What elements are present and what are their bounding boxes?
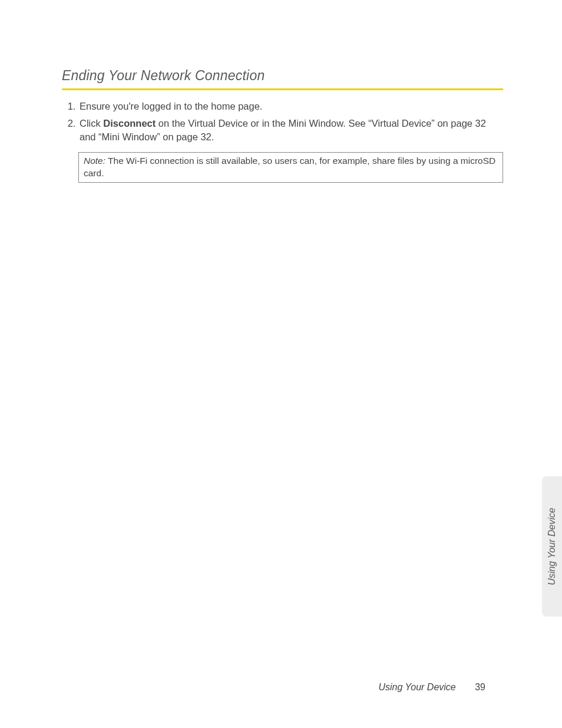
side-tab: Using Your Device (542, 476, 562, 617)
list-item-text: Ensure you're logged in to the home page… (80, 101, 262, 111)
footer-section-name: Using Your Device (378, 682, 455, 692)
list-item: Click Disconnect on the Virtual Device o… (78, 117, 503, 144)
list-item: Ensure you're logged in to the home page… (78, 100, 503, 113)
note-text: The Wi-Fi connection is still available,… (84, 156, 495, 178)
note-label: Note: (84, 156, 105, 166)
bold-text: Disconnect (103, 118, 156, 129)
page-footer: Using Your Device 39 (378, 682, 485, 693)
text-segment: Click (80, 118, 103, 129)
footer-page-number: 39 (475, 682, 485, 692)
side-tab-label: Using Your Device (547, 508, 557, 585)
instruction-list: Ensure you're logged in to the home page… (62, 100, 503, 144)
section-heading: Ending Your Network Connection (62, 68, 503, 90)
note-box: Note: The Wi-Fi connection is still avai… (78, 152, 503, 183)
document-page: Ending Your Network Connection Ensure yo… (0, 0, 562, 728)
list-item-text: Click Disconnect on the Virtual Device o… (80, 118, 486, 142)
